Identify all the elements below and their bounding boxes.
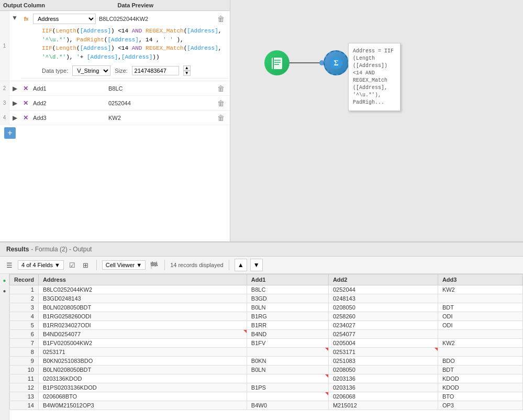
filter-icon[interactable]: 🏁	[149, 260, 159, 270]
records-label: 14 records displayed	[170, 262, 224, 268]
cell-add3: KDOD	[438, 383, 522, 392]
cell-add2: 0208050	[328, 303, 438, 312]
cell-address: B0LN0208050BDT	[38, 303, 247, 312]
expand-btn-2[interactable]: ▶	[9, 81, 20, 96]
delete-btn-1[interactable]: 🗑	[215, 13, 227, 25]
results-subtitle: - Formula (2) - Output	[31, 246, 92, 253]
field-row-content-3: ✕ 0252044 🗑	[21, 97, 229, 109]
list-view-icon[interactable]: ☰	[4, 260, 15, 270]
formula-node[interactable]: Σ	[324, 50, 349, 75]
row-content-4: ✕ KW2 🗑	[20, 110, 230, 126]
node-tooltip: Address = IIF (Length ([Address]) <14 AN…	[348, 43, 400, 111]
table-row[interactable]: 802531710253171	[10, 348, 523, 357]
canvas-panel: Σ Address = IIF (Length ([Address]) <14 …	[230, 0, 523, 241]
delete-btn-4[interactable]: 🗑	[215, 112, 227, 124]
cell-add3	[438, 294, 522, 303]
cell-address: 0203136KDOD	[38, 374, 247, 383]
cell-record: 2	[10, 294, 39, 303]
output-column-header: Output Column	[3, 2, 113, 8]
data-table: Record Address Add1 Add2 Add3 1B8LC02520…	[9, 274, 523, 410]
field-preview-1: B8LC0252044KW2	[96, 15, 215, 23]
size-input[interactable]	[132, 66, 179, 75]
cell-add1	[247, 374, 328, 383]
cell-add3: KW2	[438, 285, 522, 294]
table-row[interactable]: 9B0KN0251083BDOB0KN0251083BDO	[10, 357, 523, 366]
record-count: 14 records displayed	[170, 262, 224, 268]
field-name-input-3[interactable]	[33, 100, 105, 106]
x-icon-4: ✕	[21, 113, 31, 123]
table-row[interactable]: 130206068BTO0206068BTO	[10, 392, 523, 401]
cell-add3: BDO	[438, 357, 522, 366]
field-name-input-4[interactable]	[33, 115, 105, 121]
field-row-4: 4 ▶ ✕ KW2 🗑	[0, 110, 230, 125]
connection-svg	[230, 0, 523, 241]
field-name-select-1[interactable]: Address	[33, 14, 96, 24]
table-row[interactable]: 1B8LC0252044KW2B8LC0252044KW2	[10, 285, 523, 294]
viewer-dropdown[interactable]: Cell Viewer ▼	[102, 260, 146, 270]
delete-btn-3[interactable]: 🗑	[215, 97, 227, 109]
size-spinner: ▲ ▼	[183, 65, 191, 76]
results-sidebar: ● ●	[0, 274, 9, 420]
fields-dropdown-arrow: ▼	[54, 262, 60, 268]
data-type-select[interactable]: V_String	[72, 65, 110, 76]
green-dot-icon[interactable]: ●	[1, 276, 9, 284]
x-icon-3: ✕	[21, 98, 31, 108]
field-preview-3: 0252044	[105, 99, 215, 107]
table-row[interactable]: 14B4W0M215012OP3B4W0M215012OP3	[10, 401, 523, 410]
check-icon[interactable]: ☑	[67, 260, 77, 270]
field-row-content-4: ✕ KW2 🗑	[21, 112, 229, 124]
col-header-add3[interactable]: Add3	[438, 274, 522, 285]
table-row[interactable]: 6B4ND0254077B4ND0254077	[10, 330, 523, 339]
cell-add3: BDT	[438, 303, 522, 312]
table-row[interactable]: 110203136KDOD0203136KDOD	[10, 374, 523, 383]
cell-add1: B1RG	[247, 312, 328, 321]
table-row[interactable]: 10B0LN0208050BDTB0LN0208050BDT	[10, 366, 523, 374]
viewer-label: Cell Viewer	[106, 262, 135, 268]
add-field-button[interactable]: +	[4, 127, 16, 139]
col-header-address[interactable]: Address	[38, 274, 247, 285]
size-label: Size:	[115, 68, 127, 74]
table-row[interactable]: 12B1PS0203136KDODB1PS0203136KDOD	[10, 383, 523, 392]
table-row[interactable]: 3B0LN0208050BDTB0LN0208050BDT	[10, 303, 523, 312]
table-icon[interactable]: ⊞	[81, 260, 91, 270]
data-table-container: Record Address Add1 Add2 Add3 1B8LC02520…	[9, 274, 523, 420]
nav-up-button[interactable]: ▲	[235, 259, 247, 271]
expand-btn-4[interactable]: ▶	[9, 110, 20, 125]
field-preview-4: KW2	[105, 114, 215, 122]
input-node-icon[interactable]	[264, 50, 290, 75]
row-content-2: ✕ B8LC 🗑	[20, 81, 230, 96]
cell-add2: 0251083	[328, 357, 438, 366]
fields-dropdown[interactable]: 4 of 4 Fields ▼	[18, 260, 64, 270]
field-name-input-2[interactable]	[33, 85, 105, 92]
delete-btn-2[interactable]: 🗑	[215, 83, 227, 94]
expand-btn-3[interactable]: ▶	[9, 96, 20, 110]
cell-add1: B4W0	[247, 401, 328, 410]
nav-down-button[interactable]: ▼	[250, 259, 263, 271]
input-node[interactable]	[264, 50, 290, 75]
expand-btn-1[interactable]: ▼	[9, 11, 20, 81]
col-header-add1[interactable]: Add1	[247, 274, 328, 285]
cell-add1: B8LC	[247, 285, 328, 294]
table-row[interactable]: 5B1RR0234027ODIB1RR0234027ODI	[10, 321, 523, 330]
col-header-add2[interactable]: Add2	[328, 274, 438, 285]
column-header: Output Column Data Preview	[0, 0, 230, 11]
formula-node-icon[interactable]: Σ	[324, 50, 349, 75]
size-down-btn[interactable]: ▼	[183, 71, 191, 76]
svg-text:Σ: Σ	[333, 59, 338, 67]
cell-add2: 0205004	[328, 339, 438, 348]
cell-add1	[247, 392, 328, 401]
cell-address: B1PS0203136KDOD	[38, 383, 247, 392]
cell-address: B1RR0234027ODI	[38, 321, 247, 330]
cell-address: B3GD0248143	[38, 294, 247, 303]
cell-add3: KW2	[438, 339, 522, 348]
table-row[interactable]: 4B1RG0258260ODIB1RG0258260ODI	[10, 312, 523, 321]
table-row[interactable]: 2B3GD0248143B3GD0248143	[10, 294, 523, 303]
cell-add2: 0248143	[328, 294, 438, 303]
col-header-record[interactable]: Record	[10, 274, 39, 285]
size-up-btn[interactable]: ▲	[183, 65, 191, 71]
cell-record: 9	[10, 357, 39, 366]
sidebar-settings-icon[interactable]: ●	[1, 286, 9, 295]
table-row[interactable]: 7B1FV0205004KW2B1FV0205004KW2	[10, 339, 523, 348]
cell-record: 11	[10, 374, 39, 383]
cell-record: 5	[10, 321, 39, 330]
